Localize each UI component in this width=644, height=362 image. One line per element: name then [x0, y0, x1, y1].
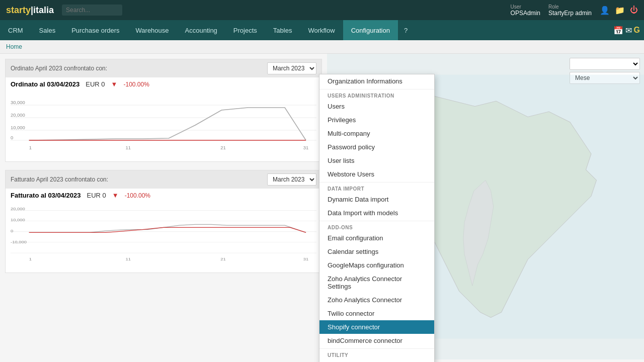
- dropdown-calendar-settings[interactable]: Calendar settings: [319, 245, 434, 258]
- dropdown-zoho-connector[interactable]: Zoho Analytics Connector: [319, 293, 434, 307]
- divider-2: [319, 182, 434, 183]
- dropdown-data-import-models[interactable]: Data Import with models: [319, 206, 434, 220]
- chart2-currency: EUR 0: [87, 192, 106, 199]
- svg-text:0: 0: [11, 229, 14, 233]
- svg-text:30,000: 30,000: [11, 100, 25, 105]
- svg-text:10,000: 10,000: [11, 125, 25, 130]
- svg-text:21: 21: [220, 257, 226, 261]
- divider-4: [319, 348, 434, 349]
- dropdown-privileges[interactable]: Privileges: [319, 113, 434, 127]
- svg-text:0: 0: [11, 135, 13, 140]
- dropdown-shopify-connector[interactable]: Shopify connector: [319, 320, 434, 334]
- svg-text:31: 31: [303, 257, 309, 261]
- nav-accounting[interactable]: Accounting: [177, 20, 225, 40]
- role-label: Role: [548, 4, 592, 10]
- logo-italia: italia: [33, 5, 54, 15]
- dropdown-user-lists[interactable]: User lists: [319, 154, 434, 167]
- main-content: Ordinato April 2023 confrontato con: Mar…: [0, 54, 644, 359]
- svg-text:1: 1: [29, 145, 32, 150]
- username-display: OPSAdmin: [511, 10, 540, 17]
- dropdown-dynamic-data-import[interactable]: Dynamic Data import: [319, 193, 434, 206]
- top-icons: 👤 📁 ⏻: [600, 6, 638, 15]
- user-icon[interactable]: 👤: [600, 6, 610, 15]
- dropdown-org-info[interactable]: Organization Informations: [319, 74, 434, 88]
- user-label: User: [511, 4, 540, 10]
- google-icon[interactable]: G: [634, 26, 640, 35]
- nav-bar: CRM Sales Purchase orders Warehouse Acco…: [0, 20, 644, 40]
- dropdown-email-config[interactable]: Email configuration: [319, 231, 434, 245]
- top-bar-left: starty|italia: [6, 5, 122, 16]
- chart1-header: Ordinato April 2023 confrontato con: Mar…: [6, 59, 321, 77]
- svg-text:21: 21: [220, 145, 225, 150]
- dropdown-insert-default-accounts[interactable]: Insert default accounts: [319, 359, 434, 362]
- dropdown-password-policy[interactable]: Password policy: [319, 140, 434, 154]
- chart2-title: Fatturato al 03/04/2023: [11, 192, 80, 199]
- chart1-percent: -100.00%: [123, 81, 149, 88]
- svg-text:20,000: 20,000: [11, 207, 25, 211]
- section-addons: ADD-ONS: [319, 222, 434, 231]
- power-icon[interactable]: ⏻: [630, 6, 638, 15]
- svg-text:11: 11: [126, 145, 131, 150]
- calendar-icon[interactable]: 📅: [613, 26, 623, 35]
- charts-panel: Ordinato April 2023 confrontato con: Mar…: [0, 54, 327, 359]
- nav-workflow[interactable]: Workflow: [300, 20, 343, 40]
- chart1-title-row: Ordinato al 03/04/2023 EUR 0 ▼ -100.00%: [6, 77, 321, 91]
- nav-tables[interactable]: Tables: [265, 20, 300, 40]
- svg-text:10,000: 10,000: [11, 218, 25, 222]
- nav-purchase-orders[interactable]: Purchase orders: [63, 20, 127, 40]
- dropdown-bindcommerce-connector[interactable]: bindCommerce connector: [319, 334, 434, 347]
- chart1-date-select[interactable]: March 2023: [267, 62, 316, 74]
- nav-configuration[interactable]: Configuration: [343, 20, 398, 40]
- breadcrumb: Home: [0, 40, 644, 54]
- svg-text:-10,000: -10,000: [11, 240, 27, 244]
- nav-projects[interactable]: Projects: [225, 20, 265, 40]
- dropdown-multi-company[interactable]: Multi-company: [319, 127, 434, 140]
- configuration-dropdown: Organization Informations USERS ADMINIST…: [319, 74, 435, 362]
- svg-text:11: 11: [126, 257, 131, 261]
- dropdown-twilio-connector[interactable]: Twilio connector: [319, 307, 434, 320]
- chart2-title-row: Fatturato al 03/04/2023 EUR 0 ▼ -100.00%: [6, 189, 321, 202]
- dropdown-webstore-users[interactable]: Webstore Users: [319, 167, 434, 181]
- top-bar: starty|italia User OPSAdmin Role StartyE…: [0, 0, 644, 20]
- svg-text:1: 1: [29, 257, 32, 261]
- chart2-percent: -100.00%: [125, 192, 150, 199]
- dropdown-zoho-connector-settings[interactable]: Zoho Analytics Connector Settings: [319, 272, 434, 293]
- top-bar-right: User OPSAdmin Role StartyErp admin 👤 📁 ⏻: [511, 4, 638, 17]
- chart2-container: 20,000 10,000 0 -10,000 1 11 21 31: [6, 202, 321, 273]
- dropdown-googlemaps-config[interactable]: GoogleMaps configuration: [319, 258, 434, 272]
- chart2-header-text: Fatturato April 2023 confrontato con:: [11, 176, 108, 183]
- logo-accent: starty: [6, 5, 31, 15]
- logo: starty|italia: [6, 5, 54, 16]
- chart1-svg: 30,000 20,000 10,000 0 1 11 21 31: [11, 95, 316, 150]
- folder-icon[interactable]: 📁: [615, 6, 625, 15]
- section-data-import: DATA IMPORT: [319, 184, 434, 193]
- chart1-container: 30,000 20,000 10,000 0 1 11 21 31: [6, 91, 321, 161]
- svg-text:31: 31: [303, 145, 308, 150]
- chart2-svg: 20,000 10,000 0 -10,000 1 11 21 31: [11, 206, 316, 261]
- nav-warehouse[interactable]: Warehouse: [128, 20, 177, 40]
- chart1-header-text: Ordinato April 2023 confrontato con:: [11, 65, 107, 72]
- chart2-down-arrow: ▼: [112, 192, 119, 199]
- nav-sales[interactable]: Sales: [31, 20, 64, 40]
- nav-crm[interactable]: CRM: [0, 20, 31, 40]
- section-utility: UTILITY: [319, 350, 434, 359]
- user-info-block: User OPSAdmin: [511, 4, 540, 17]
- section-users-admin: USERS ADMINISTRATION: [319, 90, 434, 100]
- chart1-currency: EUR 0: [86, 80, 105, 88]
- chart1-title: Ordinato al 03/04/2023: [11, 80, 79, 88]
- mail-icon[interactable]: ✉: [625, 26, 632, 35]
- role-display: StartyErp admin: [548, 10, 592, 17]
- divider-1: [319, 89, 434, 89]
- chart2-date-select[interactable]: March 2023: [267, 173, 316, 186]
- search-input[interactable]: [62, 5, 122, 16]
- svg-text:20,000: 20,000: [11, 113, 25, 118]
- divider-3: [319, 221, 434, 221]
- chart2-section: Fatturato April 2023 confrontato con: Ma…: [5, 170, 322, 273]
- chart1-section: Ordinato April 2023 confrontato con: Mar…: [5, 59, 322, 162]
- chart2-header: Fatturato April 2023 confrontato con: Ma…: [6, 170, 321, 189]
- nav-help[interactable]: ?: [398, 20, 414, 40]
- dropdown-users[interactable]: Users: [319, 100, 434, 113]
- role-info-block: Role StartyErp admin: [548, 4, 592, 17]
- home-link[interactable]: Home: [6, 43, 22, 50]
- chart1-down-arrow: ▼: [111, 80, 118, 88]
